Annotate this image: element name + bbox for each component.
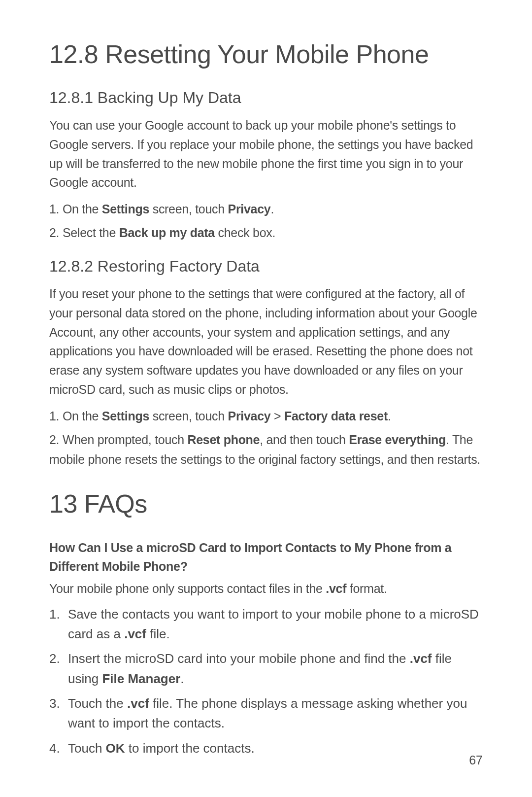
- text: , and then touch: [260, 433, 349, 447]
- paragraph-backup: You can use your Google account to back …: [49, 116, 483, 192]
- bold-vcf: .vcf: [326, 582, 346, 595]
- list-item: 4. Touch OK to import the contacts.: [49, 738, 483, 758]
- steps-backup: 1. On the Settings screen, touch Privacy…: [49, 199, 483, 243]
- text: to import the contacts.: [125, 741, 255, 756]
- section-heading-13: 13 FAQs: [49, 489, 483, 519]
- step-1: 1. On the Settings screen, touch Privacy…: [49, 406, 483, 426]
- text: .: [270, 202, 274, 216]
- bold-vcf: .vcf: [124, 626, 146, 641]
- list-text: Touch OK to import the contacts.: [68, 738, 483, 758]
- faq-ordered-list: 1. Save the contacts you want to import …: [49, 604, 483, 758]
- bold-factory-data-reset: Factory data reset: [284, 409, 388, 423]
- bold-ok: OK: [106, 741, 125, 756]
- list-item: 1. Save the contacts you want to import …: [49, 604, 483, 644]
- text: Your mobile phone only supports contact …: [49, 582, 326, 595]
- text: 2. When prompted, touch: [49, 433, 187, 447]
- text: Touch: [68, 741, 106, 756]
- text: Touch the: [68, 696, 127, 711]
- list-item: 3. Touch the .vcf file. The phone displa…: [49, 693, 483, 733]
- faq-question: How Can I Use a microSD Card to Import C…: [49, 538, 483, 577]
- faq-intro: Your mobile phone only supports contact …: [49, 579, 483, 598]
- manual-page: 12.8 Resetting Your Mobile Phone 12.8.1 …: [0, 0, 532, 797]
- text: >: [270, 409, 284, 423]
- bold-privacy: Privacy: [228, 202, 271, 216]
- text: .: [180, 671, 184, 686]
- step-2: 2. When prompted, touch Reset phone, and…: [49, 430, 483, 469]
- paragraph-factory-reset: If you reset your phone to the settings …: [49, 284, 483, 399]
- list-number: 1.: [49, 604, 68, 644]
- section-heading-12-8: 12.8 Resetting Your Mobile Phone: [49, 39, 483, 69]
- list-number: 3.: [49, 693, 68, 733]
- steps-factory-reset: 1. On the Settings screen, touch Privacy…: [49, 406, 483, 469]
- text: screen, touch: [149, 409, 228, 423]
- list-number: 4.: [49, 738, 68, 758]
- text: Insert the microSD card into your mobile…: [68, 651, 410, 666]
- text: file.: [146, 626, 170, 641]
- text: format.: [346, 582, 387, 595]
- list-text: Save the contacts you want to import to …: [68, 604, 483, 644]
- bold-backup-my-data: Back up my data: [119, 226, 215, 240]
- text: screen, touch: [149, 202, 228, 216]
- subsection-heading-12-8-1: 12.8.1 Backing Up My Data: [49, 89, 483, 107]
- text: 2. Select the: [49, 226, 119, 240]
- bold-vcf: .vcf: [410, 651, 432, 666]
- text: check box.: [215, 226, 275, 240]
- page-number: 67: [469, 753, 483, 767]
- bold-settings: Settings: [102, 409, 149, 423]
- step-1: 1. On the Settings screen, touch Privacy…: [49, 199, 483, 219]
- bold-erase-everything: Erase everything: [349, 433, 446, 447]
- step-2: 2. Select the Back up my data check box.: [49, 223, 483, 243]
- bold-settings: Settings: [102, 202, 149, 216]
- list-number: 2.: [49, 649, 68, 689]
- list-item: 2. Insert the microSD card into your mob…: [49, 649, 483, 689]
- list-text: Touch the .vcf file. The phone displays …: [68, 693, 483, 733]
- subsection-heading-12-8-2: 12.8.2 Restoring Factory Data: [49, 257, 483, 276]
- list-text: Insert the microSD card into your mobile…: [68, 649, 483, 689]
- bold-privacy: Privacy: [228, 409, 271, 423]
- bold-vcf: .vcf: [127, 696, 149, 711]
- bold-file-manager: File Manager: [102, 671, 180, 686]
- text: 1. On the: [49, 409, 102, 423]
- text: .: [388, 409, 391, 423]
- bold-reset-phone: Reset phone: [187, 433, 260, 447]
- text: 1. On the: [49, 202, 102, 216]
